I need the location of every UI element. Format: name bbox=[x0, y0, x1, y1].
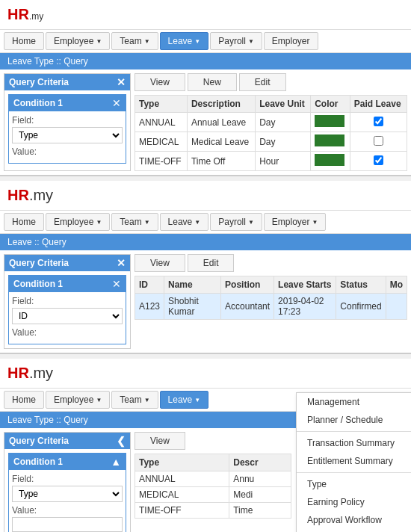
table-row-s3[interactable]: ANNUAL Annu bbox=[135, 471, 291, 487]
col-description: Description bbox=[187, 96, 255, 113]
leave-arrow-s2: ▼ bbox=[194, 219, 200, 226]
edit-button-s2[interactable]: Edit bbox=[188, 254, 235, 272]
col-status: Status bbox=[336, 276, 386, 294]
dropdown-item-entitlement-summary[interactable]: Entitlement Summary bbox=[297, 452, 411, 470]
nav-home-s2[interactable]: Home bbox=[4, 213, 44, 231]
nav-employer[interactable]: Employer bbox=[264, 32, 318, 50]
table-row-s3[interactable]: TIME-OFF Time bbox=[135, 503, 291, 519]
query-close-button-s2[interactable]: ✕ bbox=[117, 258, 126, 268]
nav-team-s2[interactable]: Team ▼ bbox=[111, 213, 158, 231]
nav-employee-s2[interactable]: Employee ▼ bbox=[46, 213, 110, 231]
cell-id: A123 bbox=[135, 294, 164, 320]
dropdown-item-approval-workflow[interactable]: Approval Workflow bbox=[297, 511, 411, 529]
dropdown-item-transaction-summary[interactable]: Transaction Summary bbox=[297, 434, 411, 452]
condition1-header: Condition 1 ✕ bbox=[9, 95, 126, 111]
new-button[interactable]: New bbox=[188, 73, 237, 91]
query-close-button-s3[interactable]: ❮ bbox=[117, 436, 126, 446]
leave-type-table: Type Description Leave Unit Color Paid L… bbox=[135, 95, 407, 171]
col-type: Type bbox=[135, 96, 188, 113]
value-label: Value: bbox=[12, 146, 123, 157]
col-mo: Mo bbox=[386, 276, 407, 294]
cell-desc-s3: Annu bbox=[229, 471, 291, 487]
value-row-s2: Value: bbox=[12, 327, 123, 338]
cell-type: TIME-OFF bbox=[135, 152, 188, 171]
value-label-s3: Value: bbox=[12, 505, 123, 516]
dropdown-item-planner[interactable]: Planner / Schedule bbox=[297, 411, 411, 429]
nav-payroll[interactable]: Payroll ▼ bbox=[210, 32, 262, 50]
content-section2: Query Criteria ✕ Condition 1 ✕ Field: ID… bbox=[0, 250, 411, 353]
nav-team[interactable]: Team ▼ bbox=[111, 32, 158, 50]
nav-home[interactable]: Home bbox=[4, 32, 44, 50]
edit-button[interactable]: Edit bbox=[239, 73, 286, 91]
condition1-header-s2: Condition 1 ✕ bbox=[9, 276, 126, 292]
leave-table-s2: ID Name Position Leave Starts Status Mo … bbox=[135, 276, 407, 320]
nav-leave-s3[interactable]: Leave ▼ bbox=[160, 391, 209, 409]
condition1-toggle-s3[interactable]: ▲ bbox=[111, 456, 121, 468]
navbar-section1: Home Employee ▼ Team ▼ Leave ▼ Payroll ▼… bbox=[0, 29, 411, 53]
dropdown-divider-2 bbox=[297, 472, 411, 473]
table-row[interactable]: TIME-OFF Time Off Hour bbox=[135, 152, 407, 171]
dropdown-item-management[interactable]: Management bbox=[297, 393, 411, 411]
field-select[interactable]: Type bbox=[12, 127, 123, 143]
nav-team-s3[interactable]: Team ▼ bbox=[111, 391, 158, 409]
paid-checkbox[interactable] bbox=[374, 136, 383, 146]
cell-color bbox=[311, 152, 350, 171]
employee-arrow-s3: ▼ bbox=[96, 397, 102, 403]
employer-arrow-s2: ▼ bbox=[312, 219, 318, 226]
table-row[interactable]: ANNUAL Annual Leave Day bbox=[135, 113, 407, 132]
table-row[interactable]: MEDICAL Medical Leave Day bbox=[135, 132, 407, 152]
field-select-s3[interactable]: Type bbox=[12, 486, 123, 502]
value-label-s2: Value: bbox=[12, 327, 123, 338]
condition1-header-s3: Condition 1 ▲ bbox=[9, 454, 126, 470]
logo-hr-s3: HR bbox=[7, 365, 29, 382]
payroll-arrow-s2: ▼ bbox=[248, 219, 254, 226]
cell-unit: Day bbox=[256, 113, 311, 132]
leave-dropdown-menu: Management Planner / Schedule Transactio… bbox=[296, 392, 411, 532]
table-row-s3[interactable]: MEDICAL Medi bbox=[135, 487, 291, 503]
cell-type-s3: ANNUAL bbox=[135, 471, 229, 487]
nav-leave[interactable]: Leave ▼ bbox=[160, 32, 209, 50]
value-row: Value: bbox=[12, 146, 123, 157]
cell-unit: Day bbox=[256, 132, 311, 152]
value-input-s3[interactable] bbox=[12, 517, 123, 532]
field-row-s2: Field: ID bbox=[12, 296, 123, 324]
view-button-s3[interactable]: View bbox=[135, 432, 185, 450]
condition1-toggle[interactable]: ✕ bbox=[112, 97, 121, 109]
query-panel-header-s2: Query Criteria ✕ bbox=[4, 255, 130, 271]
col-type-s3: Type bbox=[135, 454, 229, 471]
leave-dropdown: Management Planner / Schedule Transactio… bbox=[296, 392, 411, 532]
logo-s2: HR.my bbox=[0, 181, 411, 210]
breadcrumb-section1: Leave Type :: Query bbox=[0, 53, 411, 69]
col-name: Name bbox=[164, 276, 221, 294]
nav-employer-s2[interactable]: Employer ▼ bbox=[264, 213, 327, 231]
view-button[interactable]: View bbox=[135, 73, 185, 91]
cell-desc-s3: Time bbox=[229, 503, 291, 519]
nav-leave-s2[interactable]: Leave ▼ bbox=[160, 213, 209, 231]
col-position: Position bbox=[221, 276, 274, 294]
cell-type: ANNUAL bbox=[135, 113, 188, 132]
dropdown-item-earning-policy[interactable]: Earning Policy bbox=[297, 493, 411, 511]
nav-employee[interactable]: Employee ▼ bbox=[46, 32, 110, 50]
table-row-s2[interactable]: A123 Shobhit Kumar Accountant 2019-04-02… bbox=[135, 294, 407, 320]
right-panel-section1: View New Edit Type Description Leave Uni… bbox=[135, 73, 407, 171]
field-row: Field: Type bbox=[12, 115, 123, 143]
field-label: Field: bbox=[12, 115, 123, 126]
logo-s3: HR.my bbox=[0, 359, 411, 388]
dropdown-item-custom-approver[interactable]: Custom Approver bbox=[297, 529, 411, 532]
nav-home-s3[interactable]: Home bbox=[4, 391, 44, 409]
cell-desc-s3: Medi bbox=[229, 487, 291, 503]
paid-checkbox[interactable] bbox=[374, 155, 383, 165]
dropdown-item-type[interactable]: Type bbox=[297, 475, 411, 493]
nav-payroll-s2[interactable]: Payroll ▼ bbox=[210, 213, 262, 231]
view-button-s2[interactable]: View bbox=[135, 254, 185, 272]
nav-employee-s3[interactable]: Employee ▼ bbox=[46, 391, 110, 409]
leave-arrow-s3: ▼ bbox=[194, 397, 200, 403]
query-close-button[interactable]: ✕ bbox=[117, 77, 126, 87]
query-panel-header-s3: Query Criteria ❮ bbox=[4, 433, 130, 449]
cell-name: Shobhit Kumar bbox=[164, 294, 221, 320]
employee-arrow-s2: ▼ bbox=[96, 219, 102, 226]
col-paid-leave: Paid Leave bbox=[350, 96, 407, 113]
field-select-s2[interactable]: ID bbox=[12, 308, 123, 324]
condition1-toggle-s2[interactable]: ✕ bbox=[112, 278, 121, 290]
paid-checkbox[interactable] bbox=[374, 117, 383, 126]
